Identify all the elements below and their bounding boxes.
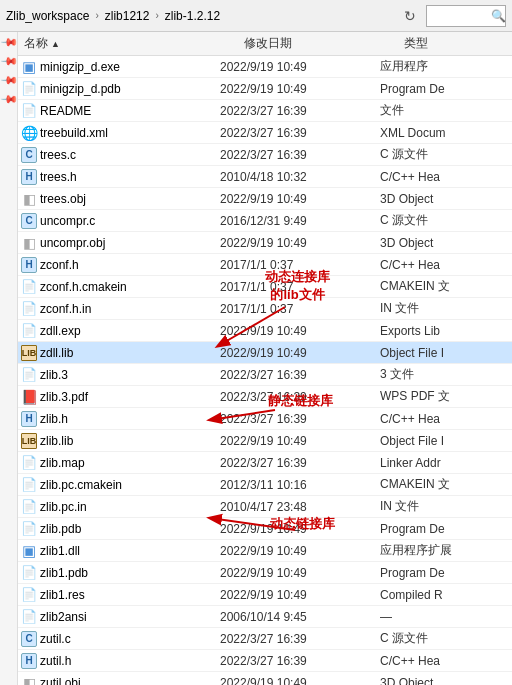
file-date: 2022/9/19 10:49 [220,346,380,360]
table-row[interactable]: 📄 zconf.h.in 2017/1/1 0:37 IN 文件 [18,298,512,320]
file-icon: ◧ [20,674,38,686]
search-box[interactable]: 🔍 [426,5,506,27]
file-type: WPS PDF 文 [380,388,510,405]
file-date: 2012/3/11 10:16 [220,478,380,492]
table-row[interactable]: C trees.c 2022/3/27 16:39 C 源文件 [18,144,512,166]
table-row[interactable]: 🌐 treebuild.xml 2022/3/27 16:39 XML Docu… [18,122,512,144]
table-row[interactable]: ◧ trees.obj 2022/9/19 10:49 3D Object [18,188,512,210]
table-row[interactable]: LIB zdll.lib 2022/9/19 10:49 Object File… [18,342,512,364]
table-row[interactable]: 📄 zlib1.res 2022/9/19 10:49 Compiled R [18,584,512,606]
table-row[interactable]: 📄 zlib1.pdb 2022/9/19 10:49 Program De [18,562,512,584]
table-row[interactable]: 📄 zconf.h.cmakein 2017/1/1 0:37 CMAKEIN … [18,276,512,298]
file-type: Object File I [380,346,510,360]
file-date: 2022/9/19 10:49 [220,324,380,338]
refresh-button[interactable]: ↻ [398,4,422,28]
col-header-type[interactable]: 类型 [398,35,512,52]
path-zlib-workspace[interactable]: Zlib_workspace [6,9,89,23]
table-row[interactable]: 📄 zlib.pc.in 2010/4/17 23:48 IN 文件 [18,496,512,518]
file-date: 2016/12/31 9:49 [220,214,380,228]
table-row[interactable]: 📄 zlib2ansi 2006/10/14 9:45 — [18,606,512,628]
file-icon: 📄 [20,608,38,626]
file-type: 应用程序 [380,58,510,75]
file-date: 2022/9/19 10:49 [220,434,380,448]
table-row[interactable]: H zconf.h 2017/1/1 0:37 C/C++ Hea [18,254,512,276]
table-row[interactable]: H zlib.h 2022/3/27 16:39 C/C++ Hea [18,408,512,430]
file-name: minigzip_d.exe [40,60,220,74]
file-date: 2022/9/19 10:49 [220,192,380,206]
file-type: C 源文件 [380,630,510,647]
file-date: 2010/4/17 23:48 [220,500,380,514]
file-type: Program De [380,522,510,536]
file-type: Object File I [380,434,510,448]
table-row[interactable]: C zutil.c 2022/3/27 16:39 C 源文件 [18,628,512,650]
table-row[interactable]: 📕 zlib.3.pdf 2022/3/27 16:39 WPS PDF 文 [18,386,512,408]
file-name: zutil.c [40,632,220,646]
file-name: zconf.h.cmakein [40,280,220,294]
table-row[interactable]: 📄 README 2022/3/27 16:39 文件 [18,100,512,122]
left-strip: 📌 📌 📌 📌 [0,32,18,685]
file-type: Program De [380,82,510,96]
file-type: 文件 [380,102,510,119]
table-row[interactable]: 📄 zlib.3 2022/3/27 16:39 3 文件 [18,364,512,386]
table-row[interactable]: 📄 minigzip_d.pdb 2022/9/19 10:49 Program… [18,78,512,100]
path-zlib-current[interactable]: zlib-1.2.12 [165,9,220,23]
table-row[interactable]: LIB zlib.lib 2022/9/19 10:49 Object File… [18,430,512,452]
file-date: 2022/9/19 10:49 [220,566,380,580]
path-zlib1212[interactable]: zlib1212 [105,9,150,23]
file-icon: 📄 [20,520,38,538]
pin-icon-1[interactable]: 📌 [0,33,18,52]
pin-icon-2[interactable]: 📌 [0,52,18,71]
file-icon: H [20,168,38,186]
main-area: 📌 📌 📌 📌 名称 ▲ 修改日期 类型 ▣ minigzip_d.exe 20… [0,32,512,685]
table-row[interactable]: 📄 zlib.pdb 2022/9/19 10:49 Program De [18,518,512,540]
table-row[interactable]: ◧ uncompr.obj 2022/9/19 10:49 3D Object [18,232,512,254]
file-date: 2017/1/1 0:37 [220,302,380,316]
file-name: trees.h [40,170,220,184]
search-input[interactable] [431,10,491,22]
table-row[interactable]: C uncompr.c 2016/12/31 9:49 C 源文件 [18,210,512,232]
file-date: 2006/10/14 9:45 [220,610,380,624]
file-name: zutil.obj [40,676,220,686]
address-bar: Zlib_workspace › zlib1212 › zlib-1.2.12 … [0,0,512,32]
file-date: 2022/9/19 10:49 [220,236,380,250]
file-type: 应用程序扩展 [380,542,510,559]
chevron-2: › [153,10,160,21]
pin-icon-4[interactable]: 📌 [0,90,18,109]
file-name: zdll.exp [40,324,220,338]
table-row[interactable]: ◧ zutil.obj 2022/9/19 10:49 3D Object [18,672,512,685]
table-row[interactable]: 📄 zdll.exp 2022/9/19 10:49 Exports Lib [18,320,512,342]
table-row[interactable]: H trees.h 2010/4/18 10:32 C/C++ Hea [18,166,512,188]
file-name: zlib.lib [40,434,220,448]
file-date: 2010/4/18 10:32 [220,170,380,184]
file-rows-container: ▣ minigzip_d.exe 2022/9/19 10:49 应用程序 📄 … [18,56,512,685]
file-icon: 📄 [20,300,38,318]
file-name: treebuild.xml [40,126,220,140]
table-row[interactable]: ▣ minigzip_d.exe 2022/9/19 10:49 应用程序 [18,56,512,78]
search-icon: 🔍 [491,9,506,23]
file-type: Linker Addr [380,456,510,470]
chevron-1: › [93,10,100,21]
file-name: zlib.3.pdf [40,390,220,404]
table-row[interactable]: ▣ zlib1.dll 2022/9/19 10:49 应用程序扩展 [18,540,512,562]
file-date: 2022/3/27 16:39 [220,632,380,646]
pin-icon-3[interactable]: 📌 [0,71,18,90]
file-name: trees.obj [40,192,220,206]
file-type: — [380,610,510,624]
col-header-date[interactable]: 修改日期 [238,35,398,52]
file-date: 2022/9/19 10:49 [220,60,380,74]
file-date: 2017/1/1 0:37 [220,258,380,272]
sort-icon: ▲ [51,39,60,49]
file-icon: H [20,256,38,274]
file-icon: ▣ [20,542,38,560]
file-type: Exports Lib [380,324,510,338]
table-row[interactable]: 📄 zlib.map 2022/3/27 16:39 Linker Addr [18,452,512,474]
col-header-name[interactable]: 名称 ▲ [18,35,238,52]
file-date: 2022/3/27 16:39 [220,126,380,140]
file-name: uncompr.c [40,214,220,228]
table-row[interactable]: H zutil.h 2022/3/27 16:39 C/C++ Hea [18,650,512,672]
table-row[interactable]: 📄 zlib.pc.cmakein 2012/3/11 10:16 CMAKEI… [18,474,512,496]
file-name: zlib.pc.cmakein [40,478,220,492]
file-name: zlib.pdb [40,522,220,536]
file-icon: LIB [20,432,38,450]
file-date: 2022/3/27 16:39 [220,390,380,404]
